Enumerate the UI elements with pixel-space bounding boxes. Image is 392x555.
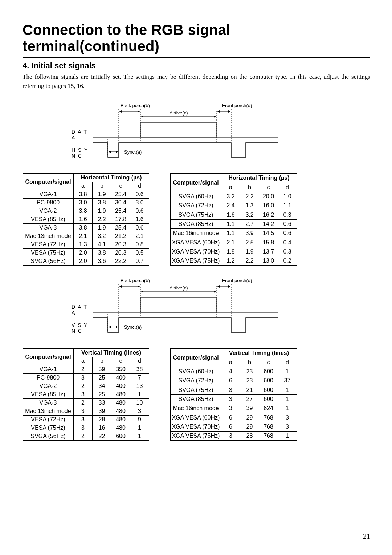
cell-a: 2.1: [74, 232, 93, 240]
cell-b: 27: [240, 394, 259, 404]
cell-name: SVGA (75Hz): [171, 210, 221, 219]
cell-name: VESA (72Hz): [23, 240, 74, 249]
cell-b: 59: [93, 365, 111, 374]
svg-rect-22: [140, 298, 217, 312]
cell-d: 0.6: [130, 224, 149, 232]
cell-b: 16: [93, 424, 111, 432]
cell-b: 28: [240, 431, 259, 440]
vert-table-left: Computer/signalVertical Timing (lines)ab…: [23, 348, 149, 441]
cell-b: 2.2: [240, 256, 259, 265]
hdr-d: d: [278, 183, 297, 192]
cell-name: SVGA (56Hz): [23, 257, 74, 266]
cell-a: 3.8: [74, 190, 93, 199]
hdr-c: c: [259, 358, 278, 367]
cell-a: 3: [221, 385, 240, 394]
svg-text:Back porch(b): Back porch(b): [121, 278, 150, 283]
cell-c: 14.2: [259, 219, 278, 228]
hdr-b: b: [93, 357, 111, 365]
cell-a: 3: [74, 390, 93, 399]
cell-c: 20.3: [111, 249, 130, 257]
cell-c: 768: [259, 422, 278, 431]
table-row: XGA VESA (70Hz)1.81.913.70.3: [171, 247, 297, 256]
table-row: VGA-23.81.925.40.6: [23, 207, 149, 215]
cell-a: 3.8: [74, 207, 93, 215]
cell-b: 2.5: [240, 238, 259, 247]
cell-a: 2: [74, 399, 93, 407]
cell-a: 2.1: [221, 238, 240, 247]
cell-a: 3.8: [74, 224, 93, 232]
table-row: PC-98003.03.830.43.0: [23, 199, 149, 207]
cell-a: 1.6: [221, 210, 240, 219]
cell-c: 600: [259, 394, 278, 404]
cell-b: 21: [240, 385, 259, 394]
cell-c: 16.0: [259, 201, 278, 210]
hdr-d: d: [278, 358, 297, 367]
cell-c: 14.5: [259, 229, 278, 238]
cell-c: 768: [259, 413, 278, 422]
hsync-waveform: Back porch(b) Front porch(d) Active(c): [93, 103, 282, 165]
cell-b: 39: [93, 407, 111, 416]
cell-name: SVGA (75Hz): [171, 385, 221, 394]
cell-d: 0.6: [130, 207, 149, 215]
cell-b: 2.2: [240, 192, 259, 201]
label-hsync: H S Y N C: [72, 147, 93, 159]
cell-a: 1.1: [221, 229, 240, 238]
cell-c: 13.0: [259, 256, 278, 265]
hdr-a: a: [74, 182, 93, 190]
cell-name: SVGA (60Hz): [171, 192, 221, 201]
cell-a: 2: [74, 365, 93, 374]
hdr-computer-signal: Computer/signal: [171, 174, 221, 192]
cell-name: VESA (75Hz): [23, 424, 74, 432]
cell-b: 1.3: [240, 201, 259, 210]
cell-d: 0.6: [278, 219, 297, 228]
cell-b: 1.9: [240, 247, 259, 256]
hdr-timing-group: Vertical Timing (lines): [221, 349, 297, 358]
cell-b: 3.2: [240, 210, 259, 219]
hdr-computer-signal: Computer/signal: [23, 174, 74, 190]
cell-c: 20.3: [111, 240, 130, 249]
cell-name: SVGA (72Hz): [171, 376, 221, 385]
table-row: Mac 16inch mode3396241: [171, 404, 297, 413]
label-data2: D A T A: [72, 304, 93, 316]
cell-c: 480: [111, 390, 130, 399]
cell-name: XGA VESA (75Hz): [171, 256, 221, 265]
table-row: VGA-13.81.925.40.6: [23, 190, 149, 199]
cell-name: SVGA (60Hz): [171, 367, 221, 376]
hsync-diagram: D A T A H S Y N C Back porch(b) Front po…: [23, 103, 370, 165]
cell-name: SVGA (85Hz): [171, 394, 221, 404]
table-row: VESA (85Hz)1.62.217.81.6: [23, 215, 149, 224]
cell-a: 1.2: [221, 256, 240, 265]
title-rule: [23, 57, 370, 58]
table-row: VESA (72Hz)3284809: [23, 416, 149, 424]
cell-name: SVGA (85Hz): [171, 219, 221, 228]
table-row: VESA (75Hz)2.03.820.30.5: [23, 249, 149, 257]
cell-d: 2.1: [130, 232, 149, 240]
cell-name: Mac 16inch mode: [171, 404, 221, 413]
hdr-c: c: [111, 357, 130, 365]
cell-d: 1: [278, 367, 297, 376]
cell-a: 6: [221, 422, 240, 431]
cell-b: 2.7: [240, 219, 259, 228]
cell-d: 0.6: [130, 190, 149, 199]
cell-c: 22.2: [111, 257, 130, 266]
hdr-c: c: [259, 183, 278, 192]
cell-b: 25: [93, 390, 111, 399]
cell-b: 1.9: [93, 190, 111, 199]
table-row: SVGA (56Hz)2.03.622.20.7: [23, 257, 149, 266]
cell-d: 0.8: [130, 240, 149, 249]
cell-a: 3: [221, 404, 240, 413]
cell-d: 3: [278, 413, 297, 422]
table-row: VESA (75Hz)3164801: [23, 424, 149, 432]
cell-d: 3: [278, 422, 297, 431]
label-active: Active(c): [170, 110, 188, 116]
cell-c: 20.0: [259, 192, 278, 201]
cell-d: 38: [130, 365, 149, 374]
cell-d: 10: [130, 399, 149, 407]
cell-c: 25.4: [111, 190, 130, 199]
cell-d: 0.6: [278, 229, 297, 238]
cell-name: VESA (85Hz): [23, 215, 74, 224]
cell-c: 350: [111, 365, 130, 374]
cell-b: 23: [240, 367, 259, 376]
hdr-d: d: [130, 182, 149, 190]
label-data: D A T A: [72, 129, 93, 141]
